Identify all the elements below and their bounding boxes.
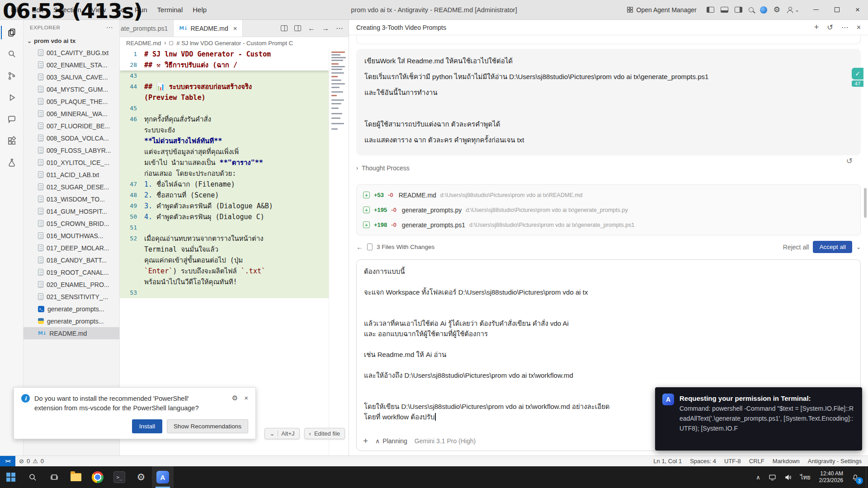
tray-expand-icon[interactable]: ∧: [752, 466, 764, 488]
tree-item[interactable]: 012_SUGAR_DESE...: [24, 181, 119, 193]
close-button[interactable]: ×: [847, 0, 868, 20]
model-selector[interactable]: Gemini 3.1 Pro (High): [415, 437, 476, 445]
forward-icon[interactable]: →: [322, 24, 329, 33]
statusbar-item[interactable]: UTF-8: [724, 458, 741, 465]
tree-item[interactable]: 009_FLOSS_LABYR...: [24, 144, 119, 156]
tree-item[interactable]: 006_MINERAL_WA...: [24, 108, 119, 120]
statusbar-item[interactable]: Ln 1, Col 1: [653, 458, 682, 465]
tree-item[interactable]: 017_DEEP_MOLAR...: [24, 242, 119, 254]
statusbar-item[interactable]: CRLF: [749, 458, 764, 465]
tree-item[interactable]: 021_SENSITIVITY_...: [24, 291, 119, 303]
task-view-icon[interactable]: [43, 466, 65, 488]
statusbar-item[interactable]: Spaces: 4: [690, 458, 716, 465]
warnings-count[interactable]: 0: [41, 458, 44, 465]
notification-gear-icon[interactable]: ⚙: [232, 394, 238, 402]
antigravity-app-icon[interactable]: A: [152, 466, 174, 488]
show-recommendations-button[interactable]: Show Recommendations: [167, 419, 248, 433]
display-icon[interactable]: [764, 466, 780, 488]
permission-toast[interactable]: A Requesting your permission in Terminal…: [655, 387, 862, 450]
split-editor-icon[interactable]: [294, 25, 301, 31]
search-icon[interactable]: [749, 7, 754, 12]
close-tab-icon[interactable]: ×: [233, 24, 237, 32]
thought-process-toggle[interactable]: › Thought Process: [356, 164, 861, 172]
start-button[interactable]: [0, 466, 22, 488]
menu-help[interactable]: Help: [188, 4, 211, 15]
file-change-row[interactable]: ++198-0generate_prompts.ps1d:\Users\sj88…: [363, 217, 854, 232]
chevron-down-icon[interactable]: ⌄: [856, 244, 861, 250]
extensions-icon[interactable]: [1, 131, 23, 151]
breadcrumb[interactable]: README.md › # SJ lnw VDO Generator - Cus…: [120, 37, 349, 49]
tree-item[interactable]: M↓README.md: [24, 327, 119, 339]
planning-mode-toggle[interactable]: ∧ Planning: [375, 437, 407, 445]
show-desktop-button[interactable]: [866, 466, 868, 488]
tree-item[interactable]: 011_ACID_LAB.txt: [24, 169, 119, 181]
tree-item[interactable]: 013_WISDOM_TO...: [24, 193, 119, 205]
notification-center-icon[interactable]: 3: [848, 466, 866, 488]
tree-item[interactable]: 019_ROOT_CANAL...: [24, 266, 119, 278]
gear-icon[interactable]: ⚙: [774, 6, 780, 14]
chat-icon[interactable]: [1, 109, 23, 129]
tree-item[interactable]: 005_PLAQUE_THE...: [24, 95, 119, 108]
tree-item[interactable]: 004_MYSTIC_GUM...: [24, 83, 119, 95]
minimize-button[interactable]: [806, 0, 826, 20]
errors-icon[interactable]: ⊘: [19, 458, 24, 465]
install-button[interactable]: Install: [132, 419, 162, 433]
inline-hint-shortcut[interactable]: ⌄ Alt+J: [264, 428, 299, 439]
notification-close-icon[interactable]: ×: [244, 394, 248, 402]
tree-item[interactable]: >_generate_prompts...: [24, 303, 119, 315]
taskbar-search-icon[interactable]: [22, 466, 43, 488]
tree-item[interactable]: 016_MOUTHWAS...: [24, 230, 119, 242]
test-flask-icon[interactable]: [1, 153, 23, 173]
toggle-panel-icon[interactable]: [721, 7, 728, 13]
tree-item[interactable]: 002_ENAMEL_STA...: [24, 59, 119, 71]
search-icon[interactable]: [1, 44, 23, 64]
file-explorer-icon[interactable]: [65, 466, 87, 488]
terminal-app-icon[interactable]: >_: [108, 466, 130, 488]
edited-file-hint[interactable]: ‹ Edited file: [304, 428, 345, 439]
back-icon[interactable]: ←: [356, 243, 363, 251]
assistant-icon[interactable]: [760, 6, 767, 14]
tree-item[interactable]: 001_CAVITY_BUG.txt: [24, 47, 119, 59]
clock[interactable]: 12:40 AM 2/23/2026: [815, 470, 848, 484]
explorer-icon[interactable]: [1, 23, 23, 42]
tree-item[interactable]: 014_GUM_HOSPIT...: [24, 205, 119, 217]
close-panel-icon[interactable]: ×: [857, 23, 861, 32]
back-icon[interactable]: ←: [308, 24, 315, 33]
tree-item[interactable]: 003_SALIVA_CAVE...: [24, 71, 119, 83]
restore-checkpoint-icon[interactable]: ↺: [846, 156, 853, 166]
overlay-counter-badge[interactable]: ✓ 47: [852, 68, 863, 87]
tab-README.md[interactable]: M↓README.md×: [174, 20, 243, 37]
account-menu[interactable]: ⌄: [787, 7, 799, 13]
run-debug-icon[interactable]: [1, 88, 23, 108]
tree-item[interactable]: 007_FLUORIDE_BE...: [24, 120, 119, 132]
tree-item[interactable]: 015_CROWN_BRID...: [24, 217, 119, 230]
file-change-row[interactable]: ++53-0README.mdd:\Users\sj88studio\Pictu…: [363, 188, 854, 202]
menu-terminal[interactable]: Terminal: [153, 4, 188, 15]
accept-all-button[interactable]: Accept all: [813, 241, 852, 253]
statusbar-item[interactable]: Antigravity - Settings: [808, 458, 862, 465]
history-icon[interactable]: ↺: [827, 23, 833, 32]
new-conversation-icon[interactable]: +: [814, 23, 819, 32]
errors-count[interactable]: 0: [27, 458, 30, 465]
statusbar-item[interactable]: Markdown: [773, 458, 800, 465]
file-change-row[interactable]: ++195-0generate_prompts.pyd:\Users\sj88s…: [363, 202, 854, 217]
attach-icon[interactable]: +: [363, 436, 368, 446]
tree-item[interactable]: generate_prompts...: [24, 315, 119, 327]
folder-root[interactable]: ⌄ prom vdo ai tx: [24, 35, 119, 47]
tree-item[interactable]: 018_CANDY_BATT...: [24, 254, 119, 266]
language-indicator[interactable]: ไทย: [796, 466, 815, 488]
warnings-icon[interactable]: ⚠: [33, 458, 38, 465]
more-options-icon[interactable]: ⋯: [841, 23, 849, 32]
open-agent-manager-button[interactable]: Open Agent Manager: [623, 5, 700, 15]
toggle-secondary-sidebar-icon[interactable]: [735, 7, 742, 13]
toggle-sidebar-icon[interactable]: [707, 7, 714, 13]
tree-item[interactable]: 020_ENAMEL_PRO...: [24, 278, 119, 291]
scrollbar[interactable]: [864, 188, 867, 218]
more-actions-icon[interactable]: ⋯: [336, 24, 343, 33]
remote-indicator[interactable]: ><: [0, 456, 15, 467]
volume-icon[interactable]: [780, 466, 796, 488]
explorer-actions-icon[interactable]: ⋯: [106, 23, 113, 32]
changes-summary[interactable]: 3 Files With Changes: [377, 244, 434, 250]
tree-item[interactable]: 008_SODA_VOLCA...: [24, 132, 119, 144]
minimap[interactable]: [329, 49, 349, 455]
